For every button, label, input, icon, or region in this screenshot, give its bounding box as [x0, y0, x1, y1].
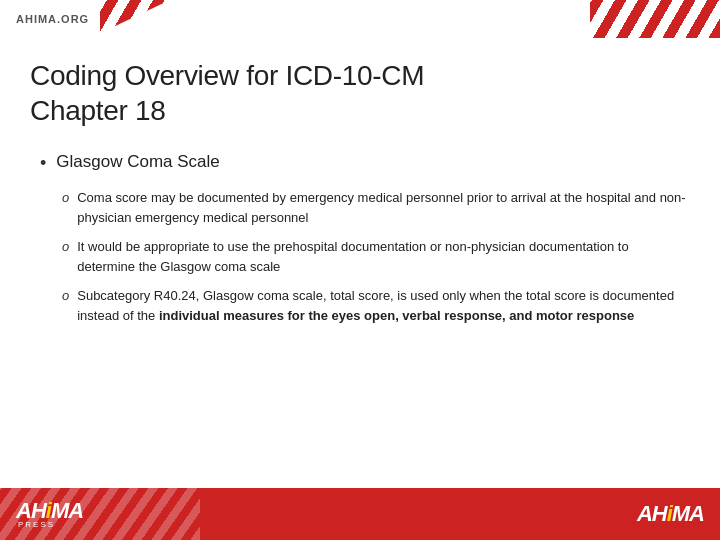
sub-bullet-3: o Subcategory R40.24, Glasgow coma scale… — [62, 286, 690, 325]
sub-bullet-marker-3: o — [62, 288, 69, 303]
header-white-overlay — [90, 0, 590, 38]
sub-bullet-text-2: It would be appropriate to use the preho… — [77, 237, 690, 276]
footer-logo-right-ma: MA — [672, 501, 704, 526]
footer-logo-left: AHiMA PRESS — [16, 500, 83, 529]
bullet-section: • Glasgow Coma Scale o Coma score may be… — [40, 152, 690, 325]
footer-logo-right-ah: AH — [637, 501, 667, 526]
header-logo: AHIMA.ORG — [16, 13, 89, 25]
footer-logo-right: AHiMA — [637, 503, 704, 525]
footer-logo-ma: MA — [51, 498, 83, 523]
sub-bullet-2: o It would be appropriate to use the pre… — [62, 237, 690, 276]
sub-bullet-marker-1: o — [62, 190, 69, 205]
sub-bullet-text-1: Coma score may be documented by emergenc… — [77, 188, 690, 227]
sub-bullets: o Coma score may be documented by emerge… — [62, 188, 690, 325]
sub-bullet-marker-2: o — [62, 239, 69, 254]
header-bar: AHIMA.ORG — [0, 0, 720, 38]
main-bullet-dot: • — [40, 153, 46, 174]
main-bullet: • Glasgow Coma Scale — [40, 152, 690, 174]
footer-logo-right-text: AHiMA — [637, 503, 704, 525]
sub-bullet-text-3-bold: individual measures for the eyes open, v… — [159, 308, 634, 323]
footer-press-text: PRESS — [18, 520, 55, 529]
main-bullet-text: Glasgow Coma Scale — [56, 152, 219, 172]
footer-bar: AHiMA PRESS AHiMA — [0, 488, 720, 540]
sub-bullet-text-3: Subcategory R40.24, Glasgow coma scale, … — [77, 286, 690, 325]
sub-bullet-1: o Coma score may be documented by emerge… — [62, 188, 690, 227]
footer-logo-left-text: AHiMA — [16, 500, 83, 522]
main-content: Coding Overview for ICD-10-CM Chapter 18… — [0, 38, 720, 488]
slide-title: Coding Overview for ICD-10-CM Chapter 18 — [30, 58, 690, 128]
